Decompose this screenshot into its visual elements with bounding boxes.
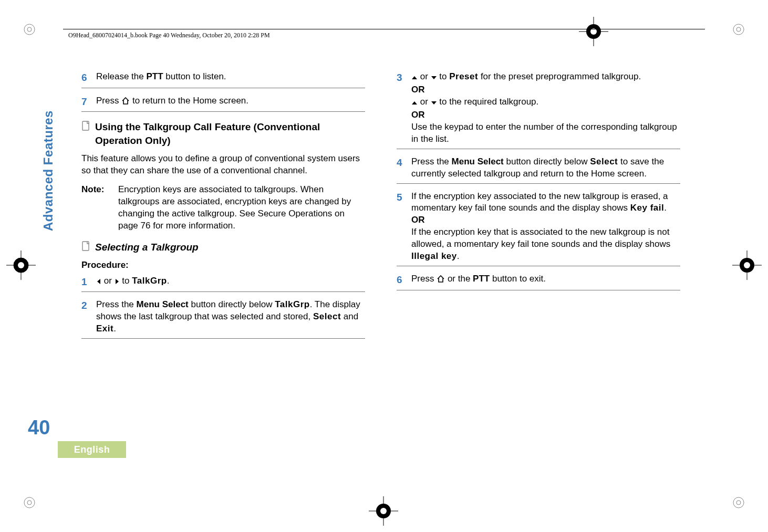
note-body: Encryption keys are associated to talkgr…: [118, 184, 365, 232]
heading-talkgroup-feature: Using the Talkgroup Call Feature (Conven…: [81, 120, 365, 147]
header-text: O9Head_68007024014_b.book Page 40 Wednes…: [68, 32, 270, 39]
step-text: Release the PTT button to listen.: [96, 71, 365, 85]
left-arrow-icon: [96, 276, 101, 288]
home-icon: [437, 274, 445, 286]
svg-point-4: [24, 497, 35, 508]
step-3: 3 or to Preset for the preset preprogram…: [397, 69, 680, 149]
step-text: Press the Menu Select button directly be…: [411, 156, 680, 180]
svg-point-3: [736, 27, 741, 32]
right-column: 3 or to Preset for the preset preprogram…: [397, 69, 680, 344]
step-text: If the encryption key associated to the …: [411, 191, 680, 263]
svg-point-6: [733, 497, 744, 508]
step-number: 6: [397, 273, 411, 287]
up-arrow-icon: [411, 72, 418, 84]
cross-mark-bottom: [368, 495, 399, 527]
step-text: Press to return to the Home screen.: [96, 95, 365, 109]
heading-text: Selecting a Talkgroup: [95, 241, 199, 254]
body-text: Use the keypad to enter the number of th…: [411, 122, 677, 144]
svg-point-5: [27, 500, 32, 505]
procedure-label: Procedure:: [81, 259, 365, 272]
crop-mark-br: [731, 495, 746, 510]
right-arrow-icon: [115, 276, 120, 288]
up-arrow-icon: [411, 97, 418, 109]
svg-point-1: [27, 27, 32, 32]
svg-point-20: [380, 508, 387, 514]
svg-point-16: [744, 262, 750, 268]
svg-point-7: [736, 500, 741, 505]
step-text: Press or the PTT button to exit.: [411, 273, 680, 287]
step-6: 6 Release the PTT button to listen.: [81, 69, 365, 88]
cross-mark-right: [731, 249, 763, 281]
crop-mark-tr: [731, 22, 746, 37]
svg-point-2: [733, 24, 744, 35]
or-label: OR: [411, 214, 680, 226]
step-1: 1 or to TalkGrp.: [81, 274, 365, 293]
sidebar-section-label: Advanced Features: [41, 110, 56, 231]
or-label: OR: [411, 84, 680, 96]
body-paragraph: This feature allows you to define a grou…: [81, 153, 365, 177]
step-2: 2 Press the Menu Select button directly …: [81, 297, 365, 339]
step-number: 6: [81, 71, 96, 85]
crop-mark-tl: [22, 22, 37, 37]
step-6-right: 6 Press or the PTT button to exit.: [397, 272, 680, 290]
note-block: Note: Encryption keys are associated to …: [81, 184, 365, 232]
or-label: OR: [411, 109, 680, 121]
step-number: 4: [397, 156, 411, 180]
document-icon: [81, 120, 95, 131]
cross-mark-left: [5, 249, 37, 281]
step-number: 1: [81, 275, 96, 289]
cross-mark-top: [578, 16, 609, 47]
step-number: 2: [81, 299, 96, 335]
svg-point-0: [24, 24, 35, 35]
svg-point-12: [18, 262, 24, 268]
step-number: 5: [397, 191, 411, 263]
svg-rect-26: [82, 242, 89, 251]
heading-selecting-talkgroup: Selecting a Talkgroup: [81, 241, 365, 254]
note-label: Note:: [81, 184, 118, 232]
step-number: 3: [397, 71, 411, 145]
step-text: or to Preset for the preset preprogramme…: [411, 71, 680, 145]
step-number: 7: [81, 95, 96, 109]
heading-text: Using the Talkgroup Call Feature (Conven…: [95, 120, 365, 147]
step-text: or to TalkGrp.: [96, 275, 365, 289]
home-icon: [121, 96, 130, 108]
step-7: 7 Press to return to the Home screen.: [81, 93, 365, 112]
left-column: 6 Release the PTT button to listen. 7 Pr…: [81, 69, 365, 344]
header-rule: [63, 29, 705, 29]
step-text: Press the Menu Select button directly be…: [96, 299, 365, 335]
crop-mark-bl: [22, 495, 37, 510]
svg-rect-25: [82, 121, 89, 130]
document-icon: [81, 241, 95, 252]
page-number: 40: [28, 416, 50, 439]
step-4: 4 Press the Menu Select button directly …: [397, 154, 680, 184]
down-arrow-icon: [431, 97, 437, 109]
language-badge: English: [58, 441, 126, 458]
step-5: 5 If the encryption key associated to th…: [397, 189, 680, 267]
down-arrow-icon: [431, 72, 437, 84]
